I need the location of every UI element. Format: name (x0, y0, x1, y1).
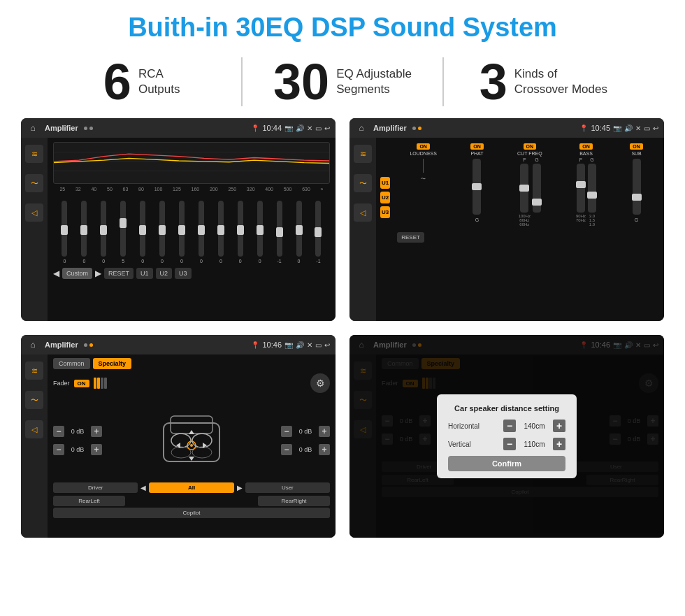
eq-track-2[interactable] (81, 201, 87, 257)
eq-thumb-14[interactable] (315, 227, 322, 237)
eq-track-4[interactable] (120, 201, 126, 257)
fader-on[interactable]: ON (74, 380, 89, 387)
bass-slider-f[interactable] (577, 164, 585, 213)
eq-thumb-8[interactable] (198, 225, 205, 235)
sub-slider[interactable] (633, 159, 641, 215)
btn-user[interactable]: User (245, 482, 330, 493)
bass-slider-g[interactable] (588, 164, 596, 213)
sub-on[interactable]: ON (630, 143, 643, 150)
eq-thumb-1[interactable] (61, 225, 68, 235)
right-minus-2[interactable]: − (281, 444, 292, 455)
horizontal-control: − 140cm + (503, 420, 565, 432)
preset-u3-btn[interactable]: U3 (380, 206, 390, 218)
right-plus-1[interactable]: + (319, 426, 330, 437)
cutfreq-on[interactable]: ON (524, 143, 537, 150)
horizontal-minus[interactable]: − (503, 420, 516, 432)
prev-icon[interactable]: ◀ (53, 268, 59, 278)
eq-track-12[interactable] (277, 201, 282, 257)
wave-icon[interactable]: 〜 (25, 174, 43, 192)
vertical-plus[interactable]: + (553, 438, 565, 450)
side-icons-3: ≋ 〜 ◁ (21, 354, 48, 538)
cutfreq-slider-g[interactable] (533, 164, 541, 213)
car-diagram (150, 402, 233, 479)
eq-thumb-6[interactable] (159, 225, 166, 235)
wave-icon-3[interactable]: 〜 (25, 391, 43, 409)
eq-track-6[interactable] (159, 201, 165, 257)
home-icon-3[interactable]: ⌂ (27, 338, 39, 351)
home-icon-2[interactable]: ⌂ (355, 122, 368, 134)
preset-u3[interactable]: U3 (175, 268, 192, 279)
btn-rearleft[interactable]: RearLeft (53, 496, 125, 506)
eq-track-7[interactable] (179, 201, 185, 257)
btn-copilot[interactable]: Copilot (53, 508, 330, 518)
preset-u2-btn[interactable]: U2 (380, 192, 390, 203)
left-plus-2[interactable]: + (91, 444, 102, 455)
cutfreq-thumb-f[interactable] (519, 185, 529, 192)
reset-btn-2[interactable]: RESET (397, 232, 424, 243)
confirm-button[interactable]: Confirm (448, 456, 565, 471)
eq-icon-2[interactable]: ≋ (354, 145, 372, 163)
home-icon[interactable]: ⌂ (27, 122, 39, 134)
loudness-on[interactable]: ON (417, 143, 430, 150)
phat-thumb[interactable] (472, 183, 482, 190)
horizontal-plus[interactable]: + (553, 420, 565, 432)
tab-specialty[interactable]: Specialty (93, 358, 132, 369)
preset-u1-btn[interactable]: U1 (380, 177, 390, 189)
speaker-icon-2[interactable]: ◁ (354, 203, 372, 222)
bass-thumb-f[interactable] (576, 181, 586, 188)
speaker-icon-3[interactable]: ◁ (25, 420, 43, 438)
eq-track-13[interactable] (296, 201, 302, 257)
eq-icon[interactable]: ≋ (25, 145, 43, 163)
left-minus-1[interactable]: − (53, 426, 64, 437)
reset-btn[interactable]: RESET (104, 268, 134, 279)
speaker-icon[interactable]: ◁ (25, 203, 43, 222)
eq-track-5[interactable] (140, 201, 145, 257)
tab-common[interactable]: Common (53, 358, 90, 369)
preset-custom[interactable]: Custom (62, 268, 92, 279)
eq-thumb-7[interactable] (178, 225, 185, 235)
eq-track-3[interactable] (101, 201, 106, 257)
eq-thumb-9[interactable] (217, 225, 224, 235)
phat-on[interactable]: ON (470, 143, 484, 150)
btn-all[interactable]: All (149, 482, 233, 493)
eq-track-10[interactable] (238, 201, 243, 257)
left-plus-1[interactable]: + (91, 426, 102, 437)
wave-icon-2[interactable]: 〜 (354, 174, 372, 192)
eq-track-8[interactable] (199, 201, 204, 257)
eq-thumb-3[interactable] (100, 225, 107, 235)
preset-u2[interactable]: U2 (156, 268, 173, 279)
right-minus-1[interactable]: − (281, 426, 292, 437)
eq-thumb-2[interactable] (80, 225, 87, 235)
cutfreq-slider-f[interactable] (520, 164, 528, 213)
eq-thumb-13[interactable] (296, 225, 303, 235)
next-icon[interactable]: ▶ (95, 268, 101, 278)
eq-thumb-11[interactable] (257, 225, 264, 235)
sub-thumb[interactable] (632, 194, 642, 201)
phat-slider[interactable] (473, 159, 481, 215)
eq-track-11[interactable] (257, 201, 263, 257)
vertical-minus[interactable]: − (503, 438, 516, 450)
settings-icon[interactable]: ⚙ (310, 373, 330, 393)
cutfreq-thumb-g[interactable] (532, 199, 542, 206)
arrow-right[interactable]: ▶ (237, 484, 243, 492)
eq-thumb-12[interactable] (276, 227, 283, 237)
left-minus-2[interactable]: − (53, 444, 64, 455)
dialog-title: Car speaker distance setting (448, 404, 565, 413)
btn-rearright[interactable]: RearRight (258, 496, 330, 506)
preset-u1[interactable]: U1 (136, 268, 153, 279)
right-plus-2[interactable]: + (319, 444, 330, 455)
eq-track-9[interactable] (218, 201, 224, 257)
btn-driver[interactable]: Driver (53, 482, 138, 493)
freq-125: 125 (173, 187, 181, 192)
bass-thumb-g[interactable] (587, 192, 597, 199)
stat-number-6: 6 (103, 57, 131, 107)
eq-track-1[interactable] (62, 201, 67, 257)
eq-icon-3[interactable]: ≋ (25, 361, 43, 380)
bass-on[interactable]: ON (579, 143, 593, 150)
arrow-left[interactable]: ◀ (140, 484, 146, 492)
eq-thumb-5[interactable] (139, 225, 146, 235)
eq-thumb-4[interactable] (120, 218, 127, 228)
eq-track-14[interactable] (315, 201, 321, 257)
eq-thumb-10[interactable] (237, 225, 244, 235)
vertical-label: Vertical (448, 440, 471, 448)
